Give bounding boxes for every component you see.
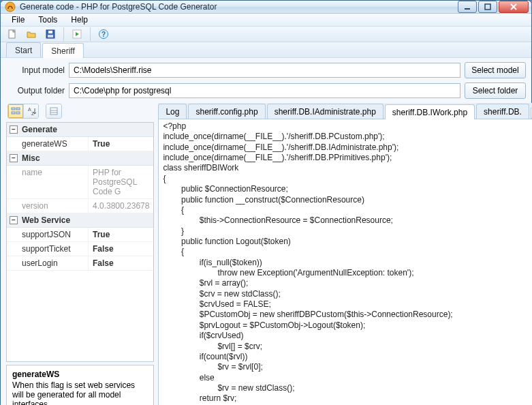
input-model-field[interactable] [69, 63, 460, 78]
tab-iwork[interactable]: sheriff.DB.IWork.php [385, 104, 475, 119]
minimize-button[interactable] [458, 1, 477, 13]
titlebar[interactable]: Generate code - PHP for PostgreSQL Code … [1, 1, 531, 14]
close-button[interactable] [499, 1, 529, 13]
property-toolbar: AZ [6, 103, 154, 119]
prop-version[interactable]: version4.0.3800.23678 [7, 199, 153, 213]
window-title: Generate code - PHP for PostgreSQL Code … [20, 2, 458, 12]
app-window: Generate code - PHP for PostgreSQL Code … [0, 0, 532, 405]
description-body: When this flag is set web services will … [12, 380, 148, 405]
description-title: generateWS [12, 370, 148, 379]
property-grid[interactable]: −Generate generateWSTrue −Misc namePHP f… [6, 122, 154, 362]
property-description: generateWS When this flag is set web ser… [6, 365, 154, 405]
code-content[interactable]: <?php include_once(dirname(__FILE__).'/s… [159, 119, 532, 405]
property-panel: AZ −Generate generateWSTrue −Misc namePH… [6, 103, 154, 405]
svg-rect-11 [12, 112, 15, 114]
svg-text:?: ? [101, 31, 106, 38]
categorized-icon[interactable] [8, 104, 23, 118]
prop-generatews[interactable]: generateWSTrue [7, 137, 153, 151]
main-tabs: Start Sheriff [1, 42, 531, 57]
alphabetical-icon[interactable]: AZ [23, 104, 38, 118]
editor-panel: Log sheriff.config.php sheriff.DB.IAdmin… [158, 103, 532, 405]
menu-file[interactable]: File [6, 14, 30, 26]
category-webservice[interactable]: −Web Service [7, 213, 153, 228]
prop-supportticket[interactable]: supportTicketFalse [7, 242, 153, 256]
menubar: File Tools Help [1, 14, 531, 27]
tab-iadministrate[interactable]: sheriff.DB.IAdministrate.php [267, 104, 384, 119]
prop-supportjson[interactable]: supportJSONTrue [7, 228, 153, 242]
run-icon[interactable] [69, 27, 84, 42]
menu-help[interactable]: Help [65, 14, 93, 26]
input-model-row: Input model Select model [6, 62, 526, 78]
collapse-icon[interactable]: − [10, 125, 18, 134]
window-controls [458, 1, 529, 13]
tab-sheriff[interactable]: Sheriff [42, 43, 83, 58]
app-icon [5, 1, 16, 12]
collapse-icon[interactable]: − [10, 154, 18, 162]
prop-userlogin[interactable]: userLoginFalse [7, 256, 153, 271]
property-pages-icon[interactable] [46, 104, 61, 118]
svg-rect-12 [16, 108, 20, 110]
new-file-icon[interactable] [5, 27, 20, 42]
svg-rect-10 [12, 108, 15, 110]
maximize-button[interactable] [478, 1, 497, 13]
tab-start[interactable]: Start [6, 42, 41, 57]
category-misc[interactable]: −Misc [7, 151, 153, 166]
code-editor[interactable]: <?php include_once(dirname(__FILE__).'/s… [158, 119, 532, 405]
input-model-label: Input model [6, 65, 65, 75]
toolbar: ? [1, 27, 531, 42]
code-tabs: Log sheriff.config.php sheriff.DB.IAdmin… [158, 103, 532, 119]
svg-rect-2 [485, 4, 490, 10]
toolbar-separator [90, 27, 91, 41]
save-icon[interactable] [43, 27, 58, 42]
svg-rect-6 [48, 35, 53, 38]
tab-log[interactable]: Log [158, 104, 187, 119]
toolbar-separator [63, 27, 64, 41]
tab-more[interactable]: sheriff.DB. [476, 104, 529, 119]
svg-rect-1 [465, 8, 470, 10]
help-icon[interactable]: ? [96, 27, 111, 42]
select-folder-button[interactable]: Select folder [465, 82, 526, 99]
collapse-icon[interactable]: − [10, 216, 18, 224]
svg-rect-5 [48, 31, 52, 33]
select-model-button[interactable]: Select model [465, 62, 526, 78]
output-folder-field[interactable] [69, 83, 460, 98]
split-pane: AZ −Generate generateWSTrue −Misc namePH… [6, 103, 526, 405]
prop-name[interactable]: namePHP for PostgreSQL Code G [7, 166, 153, 199]
output-folder-label: Output folder [6, 86, 65, 95]
category-generate[interactable]: −Generate [7, 123, 153, 137]
open-folder-icon[interactable] [24, 27, 39, 42]
menu-tools[interactable]: Tools [33, 14, 63, 26]
output-folder-row: Output folder Select folder [6, 82, 526, 99]
svg-rect-16 [50, 108, 57, 115]
svg-rect-13 [16, 112, 20, 114]
tab-config[interactable]: sheriff.config.php [188, 104, 265, 119]
content-area: Input model Select model Output folder S… [1, 57, 531, 405]
